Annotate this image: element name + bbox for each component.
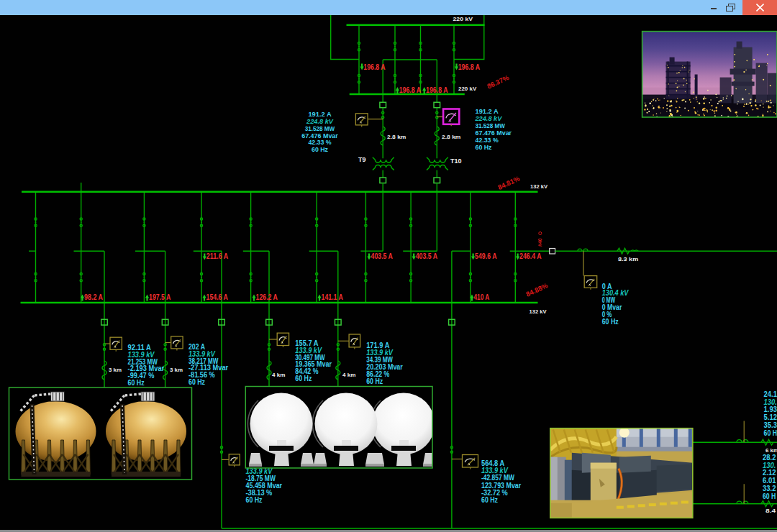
svg-text:410 A: 410 A [474, 293, 490, 301]
svg-text:T10: T10 [450, 157, 462, 165]
svg-text:60 Hz: 60 Hz [366, 377, 383, 385]
svg-text:126.2 A: 126.2 A [256, 293, 278, 301]
svg-text:191.2 A: 191.2 A [476, 108, 499, 115]
svg-text:5.12: 5.12 [764, 413, 777, 421]
svg-text:211.6 A: 211.6 A [206, 252, 228, 260]
svg-text:403.5 A: 403.5 A [416, 252, 437, 260]
svg-text:86.37%: 86.37% [486, 73, 510, 91]
svg-text:35.3: 35.3 [764, 421, 777, 429]
svg-text:2.8 km: 2.8 km [442, 134, 460, 140]
svg-text:130.: 130. [763, 462, 776, 469]
svg-text:6 km: 6 km [765, 447, 777, 454]
svg-text:132 kV: 132 kV [530, 183, 548, 190]
svg-text:196.8 A: 196.8 A [363, 63, 385, 71]
svg-text:6.01: 6.01 [763, 477, 776, 485]
svg-text:4 km: 4 km [342, 372, 355, 378]
svg-text:3 km: 3 km [109, 367, 122, 373]
svg-text:246.4 A: 246.4 A [519, 252, 541, 260]
svg-text:84.88%: 84.88% [524, 281, 549, 298]
svg-text:42.33 %: 42.33 % [308, 139, 332, 146]
svg-text:60 Hz: 60 Hz [295, 375, 312, 382]
svg-text:60 Hz: 60 Hz [128, 379, 145, 387]
svg-text:196.8 A: 196.8 A [458, 63, 480, 71]
svg-text:224.8 kV: 224.8 kV [306, 118, 334, 125]
svg-text:67.476 Mvar: 67.476 Mvar [301, 132, 338, 139]
svg-text:549.6 A: 549.6 A [475, 252, 496, 260]
svg-text:130.: 130. [764, 398, 777, 406]
svg-text:33.2: 33.2 [763, 485, 776, 492]
svg-text:60 Hz: 60 Hz [602, 318, 619, 326]
svg-text:3 km: 3 km [170, 367, 183, 373]
svg-text:132 kV: 132 kV [530, 308, 547, 315]
svg-text:1.93: 1.93 [764, 405, 777, 413]
svg-text:60 Hz: 60 Hz [312, 146, 328, 153]
svg-text:196.8 A: 196.8 A [399, 86, 421, 94]
svg-text:154.6 A: 154.6 A [206, 293, 228, 301]
svg-text:31.528 MW: 31.528 MW [305, 125, 335, 132]
svg-text:191.2 A: 191.2 A [308, 111, 331, 118]
svg-text:197.5 A: 197.5 A [149, 293, 171, 301]
svg-text:31.528 MW: 31.528 MW [476, 122, 506, 129]
svg-text:98.2 A: 98.2 A [84, 293, 103, 301]
svg-text:42.33 %: 42.33 % [476, 137, 499, 144]
svg-text:60 Hz: 60 Hz [246, 496, 263, 504]
svg-text:24.1: 24.1 [764, 390, 777, 398]
svg-text:4 km: 4 km [272, 372, 285, 378]
svg-text:224.8 kV: 224.8 kV [475, 115, 503, 122]
svg-text:60 Hz: 60 Hz [476, 144, 492, 151]
svg-text:403.5 A: 403.5 A [371, 252, 393, 260]
svg-text:220 kV: 220 kV [458, 86, 477, 92]
svg-text:60 Hz: 60 Hz [481, 496, 498, 504]
svg-text:8.3 km: 8.3 km [618, 256, 638, 262]
svg-text:T9: T9 [358, 156, 366, 163]
svg-text:196.8 A: 196.8 A [426, 86, 447, 94]
svg-text:60 H: 60 H [763, 492, 776, 500]
svg-text:220 kV: 220 kV [453, 16, 473, 22]
svg-text:#40: #40 [537, 238, 542, 247]
svg-text:2.12: 2.12 [763, 469, 776, 477]
svg-text:84.81%: 84.81% [496, 174, 521, 191]
svg-text:60 H: 60 H [764, 429, 777, 437]
svg-text:60 Hz: 60 Hz [188, 378, 205, 386]
svg-text:67.476 Mvar: 67.476 Mvar [476, 129, 512, 137]
svg-text:8.4 k: 8.4 k [765, 508, 777, 514]
svg-text:28.2: 28.2 [763, 454, 776, 462]
svg-text:2.8 km: 2.8 km [387, 134, 406, 140]
svg-text:141.1 A: 141.1 A [322, 293, 343, 301]
